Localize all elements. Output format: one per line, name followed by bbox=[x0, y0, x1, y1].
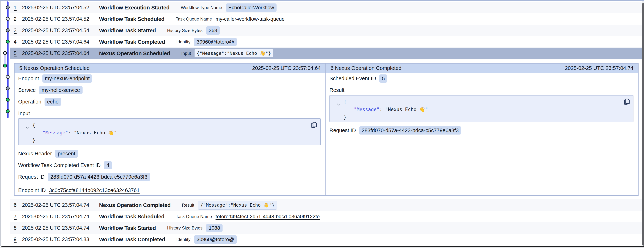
event-detail-panel-group: 5 Nexus Operation Scheduled 2025-02-25 U… bbox=[14, 63, 638, 196]
timeline-dot-event-3 bbox=[6, 28, 10, 32]
event-row-8[interactable]: 8 2025-02-25 UTC 23:57:04.74 Workflow Ta… bbox=[10, 222, 642, 234]
event-detail-label: Identity bbox=[176, 39, 190, 44]
detail-label: Result bbox=[330, 87, 344, 93]
endpoint-id-link[interactable]: 3c0c75ccfa8144b092c13ce632463761 bbox=[49, 187, 140, 193]
timeline-dot-event-8 bbox=[6, 86, 10, 90]
event-row-7[interactable]: 7 2025-02-25 UTC 23:57:04.74 Workflow Ta… bbox=[10, 211, 642, 222]
event-detail-label: Task Queue Name bbox=[176, 214, 212, 219]
event-timestamp: 2025-02-25 UTC 23:57:04.52 bbox=[22, 4, 99, 10]
panel-timestamp: 2025-02-25 UTC 23:57:04.74 bbox=[565, 65, 634, 71]
detail-row-request-id: Request ID 283fd070-d57a-4423-bdca-c5c77… bbox=[330, 127, 634, 134]
timeline-dot-event-6 bbox=[3, 64, 7, 67]
event-name: Nexus Operation Scheduled bbox=[99, 50, 170, 56]
event-row-6[interactable]: 6 2025-02-25 UTC 23:57:04.74 Nexus Opera… bbox=[10, 199, 642, 211]
event-detail-value-badge: 30960@totoro@ bbox=[194, 38, 236, 46]
panel-body: Scheduled Event ID 5 Result { "Message":… bbox=[326, 73, 638, 134]
event-name: Workflow Task Scheduled bbox=[99, 16, 164, 22]
json-key: "Message" bbox=[354, 107, 380, 112]
event-timestamp: 2025-02-25 UTC 23:57:04.83 bbox=[22, 236, 99, 242]
json-value: "Nexus Echo 👋" bbox=[385, 107, 428, 112]
detail-value-badge: echo bbox=[44, 98, 61, 106]
event-row-9[interactable]: 9 2025-02-25 UTC 23:57:04.83 Workflow Ta… bbox=[10, 234, 642, 245]
table-top-border bbox=[0, 0, 644, 1]
panel-header[interactable]: 6 Nexus Operation Completed 2025-02-25 U… bbox=[326, 63, 638, 73]
detail-label: Endpoint bbox=[18, 75, 39, 81]
detail-value-badge: my-nexus-endpoint bbox=[42, 74, 92, 83]
table-left-border bbox=[0, 1, 1, 246]
detail-row-endpoint-id: Endpoint ID 3c0c75ccfa8144b092c13ce63246… bbox=[18, 187, 321, 194]
event-detail-value-json: {"Message":"Nexus Echo 👋"} bbox=[198, 201, 277, 210]
panel-nexus-operation-scheduled: 5 Nexus Operation Scheduled 2025-02-25 U… bbox=[14, 63, 326, 195]
task-queue-link[interactable]: my-caller-workflow-task-queue bbox=[216, 16, 285, 22]
event-id-link[interactable]: 3 bbox=[14, 27, 18, 33]
detail-label: Input bbox=[18, 110, 30, 116]
timeline-dot-event-4 bbox=[6, 40, 10, 43]
json-line: "Message": "Nexus Echo 👋" bbox=[334, 106, 630, 113]
event-timestamp: 2025-02-25 UTC 23:57:04.74 bbox=[22, 214, 99, 220]
table-bottom-border bbox=[2, 246, 644, 247]
timeline-dot-event-1 bbox=[6, 5, 10, 9]
event-id-link[interactable]: 9 bbox=[14, 236, 18, 242]
event-detail-label: Task Queue Name bbox=[176, 16, 212, 22]
panel-timestamp: 2025-02-25 UTC 23:57:04.64 bbox=[252, 65, 321, 71]
event-row-4[interactable]: 4 2025-02-25 UTC 23:57:04.64 Workflow Ta… bbox=[10, 36, 642, 47]
event-id-link[interactable]: 8 bbox=[14, 225, 18, 231]
event-detail-label: Workflow Type Name bbox=[181, 5, 222, 10]
event-name: Workflow Execution Started bbox=[99, 4, 170, 11]
event-timestamp: 2025-02-25 UTC 23:57:04.74 bbox=[22, 225, 99, 231]
detail-label: Service bbox=[18, 87, 36, 93]
detail-label: Endpoint ID bbox=[18, 187, 46, 193]
event-timestamp: 2025-02-25 UTC 23:57:04.74 bbox=[22, 202, 99, 208]
event-id-link[interactable]: 1 bbox=[14, 4, 18, 10]
input-json-viewer: { "Message": "Nexus Echo 👋" } bbox=[18, 118, 321, 145]
event-id-link[interactable]: 4 bbox=[14, 39, 18, 45]
copy-icon[interactable] bbox=[310, 121, 318, 129]
event-row-3[interactable]: 3 2025-02-25 UTC 23:57:04.54 Workflow Ta… bbox=[10, 25, 642, 36]
event-id-link[interactable]: 2 bbox=[14, 16, 18, 22]
timeline-dot-event-5 bbox=[3, 51, 7, 55]
event-id-link[interactable]: 5 bbox=[14, 50, 18, 56]
detail-row-nexus-header: Nexus Header present bbox=[18, 150, 321, 157]
detail-row-request-id: Request ID 283fd070-d57a-4423-bdca-c5c77… bbox=[18, 173, 321, 181]
detail-row-scheduled-event-id: Scheduled Event ID 5 bbox=[330, 75, 634, 82]
event-detail-label: History Size Bytes bbox=[167, 226, 202, 231]
event-row-1[interactable]: 1 2025-02-25 UTC 23:57:04.52 Workflow Ex… bbox=[10, 2, 642, 13]
scrollbar-thumb[interactable] bbox=[642, 3, 644, 246]
event-detail-value-badge: 1088 bbox=[206, 224, 222, 232]
json-colon: : bbox=[68, 130, 74, 135]
event-id-link[interactable]: 7 bbox=[14, 214, 18, 220]
copy-icon[interactable] bbox=[623, 98, 630, 106]
detail-value-badge: present bbox=[55, 150, 78, 158]
event-timestamp: 2025-02-25 UTC 23:57:04.54 bbox=[22, 27, 99, 33]
event-detail-label: Result bbox=[182, 203, 194, 208]
detail-value-badge: 283fd070-d57a-4423-bdca-c5c779e6a3f3 bbox=[359, 126, 461, 135]
event-name: Workflow Task Started bbox=[99, 27, 156, 33]
event-row-2[interactable]: 2 2025-02-25 UTC 23:57:04.52 Workflow Ta… bbox=[10, 13, 642, 25]
panel-title: 6 Nexus Operation Completed bbox=[330, 65, 402, 71]
detail-row-operation: Operation echo bbox=[18, 98, 321, 105]
event-name: Workflow Task Scheduled bbox=[99, 214, 164, 220]
timeline-dot-event-2 bbox=[6, 17, 10, 21]
event-row-5-selected[interactable]: 5 2025-02-25 UTC 23:57:04.64 Nexus Opera… bbox=[10, 47, 642, 59]
event-name: Workflow Task Completed bbox=[99, 236, 165, 243]
detail-value-badge: my-hello-service bbox=[39, 86, 82, 94]
json-colon: : bbox=[380, 107, 385, 112]
json-line: } bbox=[334, 113, 630, 121]
event-detail-value-badge: 30960@totoro@ bbox=[194, 235, 236, 244]
json-value: "Nexus Echo 👋" bbox=[74, 130, 117, 135]
json-key: "Message" bbox=[42, 130, 68, 135]
json-line: "Message": "Nexus Echo 👋" bbox=[22, 129, 317, 137]
detail-row-endpoint: Endpoint my-nexus-endpoint bbox=[18, 75, 321, 82]
task-queue-link[interactable]: totoro:f494fecf-2d51-4d48-bdcd-036a0f912… bbox=[216, 214, 320, 220]
panel-header[interactable]: 5 Nexus Operation Scheduled 2025-02-25 U… bbox=[14, 63, 326, 73]
event-detail-label: Identity bbox=[176, 237, 190, 242]
detail-label: Scheduled Event ID bbox=[330, 75, 376, 81]
event-timestamp: 2025-02-25 UTC 23:57:04.64 bbox=[22, 39, 99, 45]
detail-label: Operation bbox=[18, 99, 41, 105]
event-detail-label: History Size Bytes bbox=[167, 28, 202, 33]
detail-value-badge: 5 bbox=[379, 74, 387, 83]
event-id-link[interactable]: 6 bbox=[14, 202, 18, 208]
detail-value-badge: 283fd070-d57a-4423-bdca-c5c779e6a3f3 bbox=[48, 173, 150, 181]
event-timestamp: 2025-02-25 UTC 23:57:04.64 bbox=[22, 50, 99, 56]
panel-title: 5 Nexus Operation Scheduled bbox=[19, 65, 90, 71]
